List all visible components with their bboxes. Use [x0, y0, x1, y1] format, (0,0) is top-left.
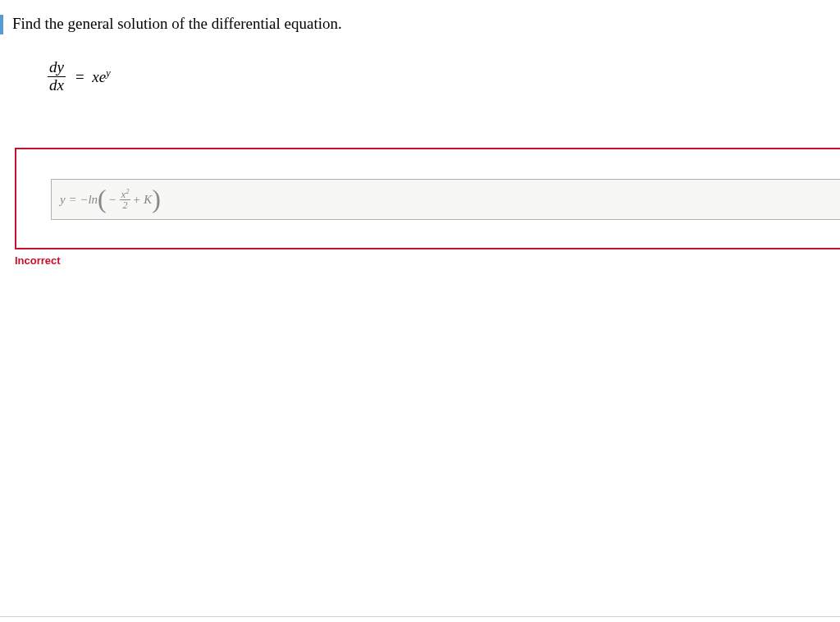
question-prompt: Find the general solution of the differe… [12, 15, 342, 33]
fraction-denominator: dx [48, 77, 66, 94]
feedback-label: Incorrect [15, 254, 61, 267]
plus-k: + K [132, 193, 152, 207]
fraction-x2-over-2: x2 2 [120, 189, 131, 210]
paren-open: ( [98, 189, 107, 210]
fraction-dy-dx: dy dx [48, 59, 66, 94]
small-fraction-denominator: 2 [120, 200, 131, 210]
differential-equation: dy dx = xey [48, 59, 111, 94]
equation-rhs: = xey [75, 67, 111, 86]
bottom-divider [0, 616, 840, 617]
fraction-numerator: dy [48, 59, 66, 77]
answer-formula: y = −ln ( − x2 2 + K ) [60, 189, 161, 210]
small-fraction-numerator: x2 [120, 189, 131, 200]
answer-input[interactable]: y = −ln ( − x2 2 + K ) [51, 179, 840, 220]
answer-prefix: y = −ln [60, 193, 98, 207]
paren-close: ) [152, 189, 161, 210]
left-accent-bar [0, 15, 3, 34]
answer-feedback-box: y = −ln ( − x2 2 + K ) [15, 148, 840, 249]
minus-sign: − [108, 193, 116, 207]
